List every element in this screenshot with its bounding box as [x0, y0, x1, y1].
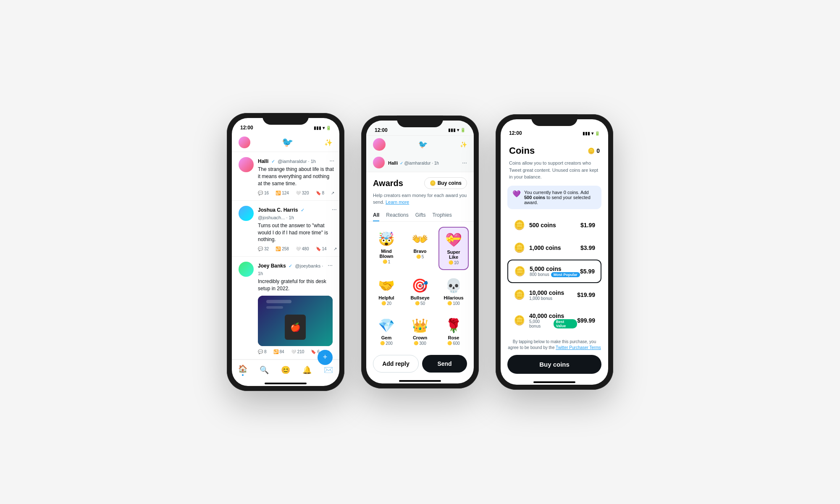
user-avatar-feed[interactable] [239, 136, 250, 148]
tweet-1-reply[interactable]: 💬 16 [258, 191, 269, 195]
tweet-3-more[interactable]: ··· [328, 262, 333, 268]
coin-5000-bonus: 800 bonus Most Popular [530, 272, 580, 277]
tweet-1-retweet[interactable]: 🔁 124 [276, 191, 289, 195]
avatar-halli[interactable] [239, 157, 254, 172]
award-mind-blown[interactable]: 🤯 Mind Blown 🟡 1 [371, 227, 402, 270]
rose-cost: 🟡 600 [447, 341, 460, 346]
crown-name: Crown [413, 335, 427, 340]
coin-500-price: $1.99 [580, 222, 595, 228]
tweet-3-reply[interactable]: 💬 8 [258, 349, 267, 354]
tweet-2-share[interactable]: ↗ [333, 247, 337, 251]
buy-coins-button-awards[interactable]: 🪙 Buy coins [424, 177, 467, 189]
alert-icon: 💜 [512, 190, 521, 198]
award-gem[interactable]: 💎 Gem 🟡 200 [371, 313, 402, 350]
crown-emoji: 👑 [412, 318, 428, 333]
awards-title-text: Awards [373, 178, 403, 188]
award-bravo[interactable]: 👐 Bravo 🟡 5 [405, 227, 435, 270]
coin-option-1000[interactable]: 🪙 1,000 coins $3.99 [507, 237, 601, 259]
tab-gifts[interactable]: Gifts [415, 210, 426, 221]
tweet-2-reply[interactable]: 💬 32 [258, 247, 269, 251]
notch-2 [397, 116, 443, 127]
signal-icons-2: ▮▮▮ ▾ 🔋 [448, 128, 465, 132]
home-indicator-1 [265, 383, 307, 384]
awards-footer: Add reply Send [366, 350, 474, 378]
avatar-joshua[interactable] [239, 206, 254, 221]
nav-home[interactable]: 🏠 [238, 364, 247, 376]
coin-40000-price: $99.99 [577, 317, 595, 324]
verified-3: ✓ [289, 263, 292, 268]
mini-more[interactable]: ··· [462, 159, 467, 166]
alert-text: You currently have 0 coins. Add 500 coin… [524, 190, 596, 205]
avatar-joey[interactable] [239, 262, 254, 277]
nav-messages[interactable]: ✉️ [324, 365, 333, 375]
tweet-1-more[interactable]: ··· [329, 157, 334, 164]
mind-blown-name: Mind Blown [374, 249, 399, 259]
nav-spaces[interactable]: 😊 [281, 365, 290, 375]
awards-avatar[interactable] [373, 138, 386, 151]
coin-1000-info: 1,000 coins [529, 244, 561, 251]
tab-trophies[interactable]: Trophies [432, 210, 452, 221]
hilarious-emoji: 💀 [445, 278, 462, 294]
mini-avatar [373, 157, 385, 168]
award-super-like[interactable]: 💝 Super Like 🟡 10 [438, 227, 469, 270]
coin-10000-left: 🪙 10,000 coins 1,000 bonus [514, 289, 564, 301]
award-bullseye[interactable]: 🎯 Bullseye 🟡 50 [405, 273, 435, 310]
hilarious-name: Hilarious [444, 295, 463, 300]
coin-option-5000[interactable]: 🪙 5,000 coins 800 bonus Most Popular $5.… [507, 260, 601, 283]
helpful-emoji: 🤝 [378, 278, 395, 294]
best-value-badge: Best Value [554, 319, 577, 328]
award-helpful[interactable]: 🤝 Helpful 🟡 20 [371, 273, 402, 310]
tab-all[interactable]: All [373, 210, 379, 221]
tweet-3-image: 🍎 [258, 296, 333, 346]
helpful-cost: 🟡 20 [381, 301, 391, 306]
coin-option-500[interactable]: 🪙 500 coins $1.99 [507, 214, 601, 236]
most-popular-badge: Most Popular [551, 272, 580, 277]
time-1: 12:00 [240, 125, 253, 131]
tweet-1-share[interactable]: ↗ [331, 191, 334, 195]
coin-40000-amount: 40,000 coins [529, 312, 577, 319]
bravo-name: Bravo [413, 249, 426, 254]
verified-mini: ✓ [400, 161, 404, 165]
coins-header: Coins 🪙 0 [501, 139, 608, 160]
bullseye-emoji: 🎯 [412, 278, 428, 294]
learn-more-link[interactable]: Learn more [386, 200, 409, 205]
gem-emoji: 💎 [378, 318, 395, 333]
nav-search[interactable]: 🔍 [260, 365, 269, 375]
award-crown[interactable]: 👑 Crown 🟡 300 [405, 313, 435, 350]
tweet-2-like[interactable]: 🤍 480 [296, 247, 309, 251]
award-rose[interactable]: 🌹 Rose 🟡 600 [438, 313, 469, 350]
buy-coins-main-button[interactable]: Buy coins [507, 355, 601, 374]
coin-40000-bonus: 5,000 bonus Best Value [529, 319, 577, 328]
coins-legal-text: By tapping below to make this purchase, … [507, 339, 601, 351]
tweet-1-bookmark[interactable]: 🔖 8 [316, 191, 325, 195]
coin-option-40000[interactable]: 🪙 40,000 coins 5,000 bonus Best Value $9… [507, 307, 601, 334]
coin-option-10000[interactable]: 🪙 10,000 coins 1,000 bonus $19.99 [507, 284, 601, 306]
super-like-emoji: 💝 [445, 232, 462, 248]
add-reply-button[interactable]: Add reply [373, 355, 419, 373]
coins-alert: 💜 You currently have 0 coins. Add 500 co… [507, 186, 601, 209]
tweet-3-retweet[interactable]: 🔁 84 [273, 349, 284, 354]
signal-icons-3: ▮▮▮ ▾ 🔋 [583, 131, 600, 136]
coin-balance-value: 0 [596, 147, 600, 154]
tweet-1-content: Halli ✓ @iamharaldur · 1h ··· The strang… [258, 157, 334, 195]
award-hilarious[interactable]: 💀 Hilarious 🟡 100 [438, 273, 469, 310]
twitter-purchaser-terms-link[interactable]: Twitter Purchaser Terms [556, 345, 601, 350]
tweet-2-more[interactable]: ··· [332, 206, 337, 213]
compose-button[interactable]: + [318, 350, 333, 365]
awards-grid: 🤯 Mind Blown 🟡 1 👐 Bravo 🟡 5 💝 Super Lik… [366, 227, 474, 350]
send-button[interactable]: Send [422, 355, 467, 373]
tweet-2-bookmark[interactable]: 🔖 14 [316, 247, 327, 251]
phone-awards: 12:00 ▮▮▮ ▾ 🔋 🐦 ✨ Halli ✓ @iamharaldur ·… [361, 116, 479, 388]
awards-subtitle: Help creators earn money for each award … [366, 192, 474, 205]
tweet-3-like[interactable]: 🤍 210 [291, 349, 304, 354]
sparkle-icon[interactable]: ✨ [324, 139, 333, 147]
tab-reactions[interactable]: Reactions [386, 210, 408, 221]
nav-notifications[interactable]: 🔔 [302, 365, 312, 375]
time-3: 12:00 [509, 130, 522, 136]
tweet-2-retweet[interactable]: 🔁 258 [276, 247, 289, 251]
coins-list: 🪙 500 coins $1.99 🪙 1,000 coins [501, 214, 608, 334]
coin-balance-icon: 🪙 [588, 147, 595, 154]
sparkle-icon-2[interactable]: ✨ [460, 141, 467, 148]
tweet-1-like[interactable]: 🤍 320 [296, 191, 309, 195]
mini-name: Halli [388, 160, 398, 165]
